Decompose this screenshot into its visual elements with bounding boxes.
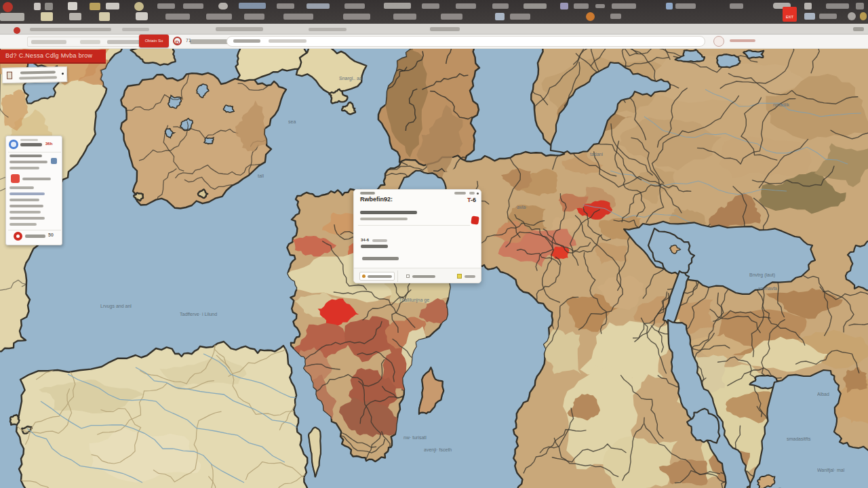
svg-text:nw· turisatl: nw· turisatl xyxy=(403,435,427,440)
svg-text:Bnvtrg (laut): Bnvtrg (laut) xyxy=(749,272,775,278)
svg-text:tadani: tadani xyxy=(590,152,604,157)
svg-text:sea: sea xyxy=(288,119,296,124)
svg-text:·avla·: ·avla· xyxy=(515,205,528,209)
svg-text:Snargl.. aa: Snargl.. aa xyxy=(339,76,362,81)
svg-text:Lrvugs and anl: Lrvugs and anl xyxy=(100,304,132,309)
svg-text:nmadlik: nmadlik xyxy=(773,102,790,107)
svg-text:Tnallilunjna ge: Tnallilunjna ge xyxy=(399,298,429,303)
svg-text:xnvnavfa: xnvnavfa xyxy=(758,286,777,291)
svg-text:Albad: Albad xyxy=(817,392,829,396)
svg-text:avenji· fsceth: avenji· fsceth xyxy=(424,447,452,453)
svg-text:smadasitfts: smadasitfts xyxy=(787,436,811,441)
svg-text:Tadfferve· i Lilund: Tadfferve· i Lilund xyxy=(180,312,217,317)
svg-text:tall: tall xyxy=(258,174,264,178)
svg-text:Wanlfjal· mal: Wanlfjal· mal xyxy=(817,468,845,473)
